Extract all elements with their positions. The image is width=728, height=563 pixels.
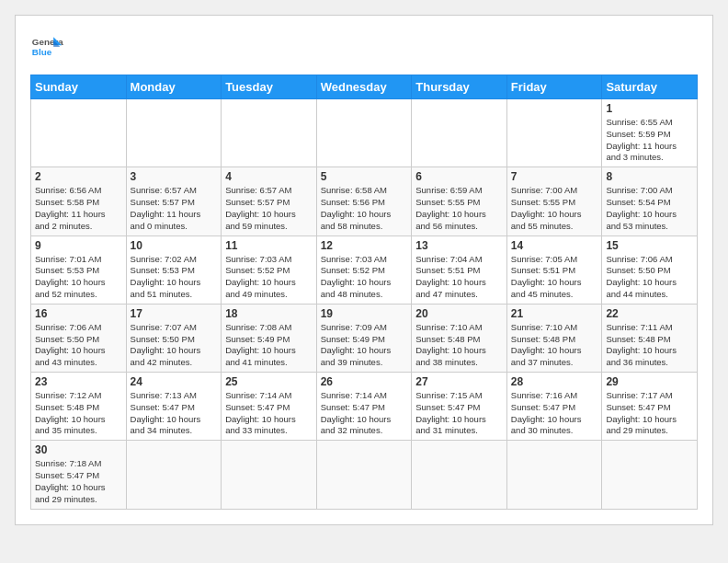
day-info: Sunrise: 7:00 AM Sunset: 5:54 PM Dayligh… — [606, 185, 693, 232]
day-info: Sunrise: 6:59 AM Sunset: 5:55 PM Dayligh… — [415, 185, 503, 232]
day-number: 3 — [131, 170, 218, 183]
day-info: Sunrise: 7:00 AM Sunset: 5:55 PM Dayligh… — [511, 185, 598, 232]
weekday-header-sunday: Sunday — [31, 75, 127, 99]
calendar-cell: 11Sunrise: 7:03 AM Sunset: 5:52 PM Dayli… — [222, 236, 317, 304]
day-number: 14 — [511, 239, 598, 252]
calendar-cell — [126, 441, 222, 509]
day-info: Sunrise: 7:07 AM Sunset: 5:50 PM Dayligh… — [131, 322, 218, 369]
day-info: Sunrise: 6:58 AM Sunset: 5:56 PM Dayligh… — [321, 185, 408, 232]
calendar-cell: 25Sunrise: 7:14 AM Sunset: 5:47 PM Dayli… — [222, 373, 317, 441]
calendar-header: General Blue — [30, 30, 698, 63]
calendar-cell: 20Sunrise: 7:10 AM Sunset: 5:48 PM Dayli… — [412, 304, 507, 372]
day-info: Sunrise: 7:02 AM Sunset: 5:53 PM Dayligh… — [131, 254, 218, 301]
calendar-cell: 7Sunrise: 7:00 AM Sunset: 5:55 PM Daylig… — [506, 167, 602, 236]
day-number: 13 — [415, 239, 503, 252]
week-row-4: 23Sunrise: 7:12 AM Sunset: 5:48 PM Dayli… — [31, 373, 698, 441]
day-number: 15 — [606, 239, 693, 252]
week-row-3: 16Sunrise: 7:06 AM Sunset: 5:50 PM Dayli… — [31, 304, 698, 372]
day-info: Sunrise: 6:57 AM Sunset: 5:57 PM Dayligh… — [131, 185, 218, 232]
day-info: Sunrise: 7:05 AM Sunset: 5:51 PM Dayligh… — [511, 254, 598, 301]
calendar-cell: 18Sunrise: 7:08 AM Sunset: 5:49 PM Dayli… — [222, 304, 317, 372]
calendar-cell: 5Sunrise: 6:58 AM Sunset: 5:56 PM Daylig… — [316, 167, 412, 236]
day-number: 30 — [35, 443, 122, 456]
calendar-cell: 21Sunrise: 7:10 AM Sunset: 5:48 PM Dayli… — [506, 304, 602, 372]
day-info: Sunrise: 7:06 AM Sunset: 5:50 PM Dayligh… — [35, 322, 122, 369]
weekday-header-wednesday: Wednesday — [316, 75, 412, 99]
calendar-cell — [506, 441, 602, 509]
day-number: 8 — [606, 170, 693, 183]
day-info: Sunrise: 6:55 AM Sunset: 5:59 PM Dayligh… — [606, 117, 693, 164]
week-row-5: 30Sunrise: 7:18 AM Sunset: 5:47 PM Dayli… — [31, 441, 698, 509]
day-info: Sunrise: 7:04 AM Sunset: 5:51 PM Dayligh… — [415, 254, 503, 301]
calendar-cell: 27Sunrise: 7:15 AM Sunset: 5:47 PM Dayli… — [412, 373, 507, 441]
day-info: Sunrise: 7:10 AM Sunset: 5:48 PM Dayligh… — [511, 322, 598, 369]
logo: General Blue — [30, 30, 69, 63]
day-info: Sunrise: 7:17 AM Sunset: 5:47 PM Dayligh… — [606, 390, 693, 437]
day-number: 5 — [321, 170, 408, 183]
calendar-cell: 29Sunrise: 7:17 AM Sunset: 5:47 PM Dayli… — [602, 373, 698, 441]
calendar-cell: 3Sunrise: 6:57 AM Sunset: 5:57 PM Daylig… — [126, 167, 222, 236]
calendar-cell — [412, 441, 507, 509]
day-number: 26 — [321, 375, 408, 388]
calendar-cell: 2Sunrise: 6:56 AM Sunset: 5:58 PM Daylig… — [31, 167, 127, 236]
day-number: 9 — [35, 239, 122, 252]
day-number: 22 — [606, 307, 693, 320]
day-number: 4 — [225, 170, 313, 183]
calendar-cell — [412, 99, 507, 167]
day-info: Sunrise: 7:03 AM Sunset: 5:52 PM Dayligh… — [321, 254, 408, 301]
calendar-cell — [126, 99, 222, 167]
day-info: Sunrise: 7:08 AM Sunset: 5:49 PM Dayligh… — [225, 322, 313, 369]
logo-icon: General Blue — [30, 30, 63, 63]
day-info: Sunrise: 7:10 AM Sunset: 5:48 PM Dayligh… — [415, 322, 503, 369]
calendar-cell: 17Sunrise: 7:07 AM Sunset: 5:50 PM Dayli… — [126, 304, 222, 372]
calendar-cell — [316, 441, 412, 509]
day-info: Sunrise: 7:06 AM Sunset: 5:50 PM Dayligh… — [606, 254, 693, 301]
calendar-table: SundayMondayTuesdayWednesdayThursdayFrid… — [30, 75, 698, 510]
day-number: 11 — [225, 239, 313, 252]
day-info: Sunrise: 7:14 AM Sunset: 5:47 PM Dayligh… — [225, 390, 313, 437]
day-number: 25 — [225, 375, 313, 388]
calendar-cell: 14Sunrise: 7:05 AM Sunset: 5:51 PM Dayli… — [506, 236, 602, 304]
calendar-cell — [506, 99, 602, 167]
calendar-cell: 16Sunrise: 7:06 AM Sunset: 5:50 PM Dayli… — [31, 304, 127, 372]
week-row-2: 9Sunrise: 7:01 AM Sunset: 5:53 PM Daylig… — [31, 236, 698, 304]
svg-text:Blue: Blue — [32, 47, 52, 57]
calendar-cell: 24Sunrise: 7:13 AM Sunset: 5:47 PM Dayli… — [126, 373, 222, 441]
calendar-cell: 8Sunrise: 7:00 AM Sunset: 5:54 PM Daylig… — [602, 167, 698, 236]
calendar-cell: 1Sunrise: 6:55 AM Sunset: 5:59 PM Daylig… — [602, 99, 698, 167]
day-info: Sunrise: 7:12 AM Sunset: 5:48 PM Dayligh… — [35, 390, 122, 437]
day-info: Sunrise: 7:03 AM Sunset: 5:52 PM Dayligh… — [225, 254, 313, 301]
calendar-cell — [316, 99, 412, 167]
day-number: 17 — [131, 307, 218, 320]
calendar-cell: 15Sunrise: 7:06 AM Sunset: 5:50 PM Dayli… — [602, 236, 698, 304]
calendar-cell: 28Sunrise: 7:16 AM Sunset: 5:47 PM Dayli… — [506, 373, 602, 441]
weekday-header-tuesday: Tuesday — [222, 75, 317, 99]
day-number: 6 — [415, 170, 503, 183]
day-info: Sunrise: 7:11 AM Sunset: 5:48 PM Dayligh… — [606, 322, 693, 369]
calendar-cell — [222, 99, 317, 167]
calendar-cell — [31, 99, 127, 167]
week-row-1: 2Sunrise: 6:56 AM Sunset: 5:58 PM Daylig… — [31, 167, 698, 236]
day-number: 28 — [511, 375, 598, 388]
calendar-cell: 22Sunrise: 7:11 AM Sunset: 5:48 PM Dayli… — [602, 304, 698, 372]
calendar-cell — [602, 441, 698, 509]
day-number: 18 — [225, 307, 313, 320]
weekday-header-row: SundayMondayTuesdayWednesdayThursdayFrid… — [31, 75, 698, 99]
weekday-header-thursday: Thursday — [412, 75, 507, 99]
calendar-cell: 4Sunrise: 6:57 AM Sunset: 5:57 PM Daylig… — [222, 167, 317, 236]
calendar-container: General Blue SundayMondayTuesdayWednesda… — [15, 15, 713, 525]
day-info: Sunrise: 6:57 AM Sunset: 5:57 PM Dayligh… — [225, 185, 313, 232]
calendar-cell: 10Sunrise: 7:02 AM Sunset: 5:53 PM Dayli… — [126, 236, 222, 304]
calendar-cell: 26Sunrise: 7:14 AM Sunset: 5:47 PM Dayli… — [316, 373, 412, 441]
day-number: 24 — [131, 375, 218, 388]
day-info: Sunrise: 7:14 AM Sunset: 5:47 PM Dayligh… — [321, 390, 408, 437]
day-number: 29 — [606, 375, 693, 388]
day-number: 10 — [131, 239, 218, 252]
calendar-cell: 23Sunrise: 7:12 AM Sunset: 5:48 PM Dayli… — [31, 373, 127, 441]
day-number: 16 — [35, 307, 122, 320]
day-number: 12 — [321, 239, 408, 252]
day-info: Sunrise: 6:56 AM Sunset: 5:58 PM Dayligh… — [35, 185, 122, 232]
weekday-header-friday: Friday — [506, 75, 602, 99]
day-info: Sunrise: 7:09 AM Sunset: 5:49 PM Dayligh… — [321, 322, 408, 369]
day-info: Sunrise: 7:13 AM Sunset: 5:47 PM Dayligh… — [131, 390, 218, 437]
